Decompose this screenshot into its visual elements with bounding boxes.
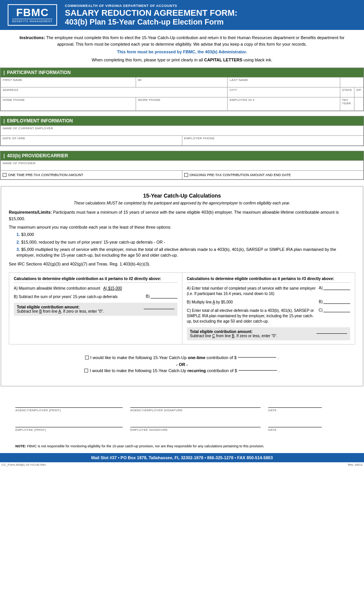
col1-row-b: B) Subtract the sum of prior years' 15-y… <box>14 294 177 300</box>
recurring-contribution-checkbox[interactable] <box>84 369 88 373</box>
table-row: ADDRESS CITY STATE ZIP <box>1 87 364 97</box>
fbmc-logo-text: FBMC <box>12 7 52 18</box>
col2-row-c: C) Enter total of all elective deferrals… <box>187 308 351 324</box>
col2-row-a: A) Enter total number of completed years… <box>187 286 351 297</box>
agency-sig-row: AGENCY/EMPLOYER (PRINT) AGENCY/EMPLOYER … <box>15 400 349 412</box>
signature-area: AGENCY/EMPLOYER (PRINT) AGENCY/EMPLOYER … <box>0 392 364 442</box>
zip-cell: ZIP <box>354 87 363 97</box>
agency-sig-line <box>130 400 261 408</box>
employment-section: | EMPLOYMENT INFORMATION NAME OF CURRENT… <box>0 116 364 146</box>
provider-name-cell: NAME OF PROVIDER: <box>1 161 364 171</box>
table-row: DATE OF HIRE EMPLOYER PHONE <box>1 136 364 146</box>
city-cell: CITY <box>228 87 340 97</box>
footer-bar: Mail Slot #37 • PO Box 1878, Tallahassee… <box>0 453 364 462</box>
col1-total-field[interactable] <box>144 309 174 309</box>
list-item: 3. $5,000 multiplied by years of service… <box>16 247 355 259</box>
employment-table: NAME OF CURRENT EMPLOYER DATE OF HIRE EM… <box>0 125 364 146</box>
calc-irc: See IRC Sections 402(g)(3) and 402(g)(7)… <box>9 262 355 266</box>
col1-row-a: A) Maximum allowable lifetime contributi… <box>14 286 177 291</box>
calc-col1: Calculations to determine eligible contr… <box>9 273 182 344</box>
calc-col2: Calculations to determine eligible contr… <box>182 273 355 344</box>
employer-name-cell: NAME OF CURRENT EMPLOYER <box>1 126 364 136</box>
agency-print-field: AGENCY/EMPLOYER (PRINT) <box>15 400 123 412</box>
agency-print-line <box>15 400 123 408</box>
provider-table: NAME OF PROVIDER: ONE TIME PRE-TAX CONTR… <box>0 160 364 180</box>
employment-header: | EMPLOYMENT INFORMATION <box>0 116 364 125</box>
onetime-contribution-line: I would like to make the following 15-Ye… <box>16 355 348 360</box>
col2-total: Total eligible contribution amount: Subt… <box>187 327 351 340</box>
page-header: FBMC BENEFITS MANAGEMENT COMMONWEALTH OF… <box>0 0 364 30</box>
recurring-amount-field[interactable] <box>239 370 277 371</box>
capital-note: When completing this form, please type o… <box>15 57 349 63</box>
employee-print-line <box>15 420 123 427</box>
date-of-hire-cell: DATE OF HIRE <box>1 136 182 146</box>
department-name: COMMONWEALTH OF VIRGINIA DEPARTMENT OF A… <box>65 4 237 8</box>
calc-columns: Calculations to determine eligible contr… <box>9 272 355 345</box>
calculations-box: 15-Year Catch-Up Calculations These calc… <box>1 186 363 386</box>
employee-date-line <box>268 420 322 427</box>
last-name-cell: LAST NAME <box>228 77 340 87</box>
col1-header: Calculations to determine eligible contr… <box>14 277 177 283</box>
table-row: NAME OF CURRENT EMPLOYER <box>1 126 364 136</box>
agency-sig-field: AGENCY/EMPLOYER SIGNATURE <box>130 400 261 412</box>
state-cell: STATE <box>340 87 354 97</box>
col2-header: Calculations to determine eligible contr… <box>187 277 351 283</box>
requirements-label: Requirements/Limits: <box>9 210 52 214</box>
col2-field-b[interactable] <box>323 303 350 304</box>
form-code-row: CC_Form-403(b) 15-YrCUE-Rev Rev. 09/12 <box>0 462 364 467</box>
participant-header: | PARTICIPANT INFORMATION <box>0 68 364 77</box>
col2-field-a[interactable] <box>323 290 350 290</box>
col2-total-field[interactable] <box>316 333 347 334</box>
col2-field-c[interactable] <box>323 312 350 312</box>
ongoing-checkbox-field: ONGOING PRE-TAX CONTRIBUTION AMOUNT AND … <box>184 173 362 177</box>
employee-print-field: EMPLOYEE (PRINT) <box>15 420 123 432</box>
recurring-contribution-line: I would like to make the following 15-Ye… <box>16 368 348 373</box>
form-title-line2: 403(b) Plan 15-Year Catch-up Election Fo… <box>65 18 237 26</box>
col1-field-b[interactable] <box>151 298 177 298</box>
table-row: NAME OF PROVIDER: <box>1 161 364 171</box>
list-item: 1. $3,000 <box>16 232 355 237</box>
participant-table: FIRST NAME MI LAST NAME ADDRESS CITY STA… <box>0 77 364 111</box>
employee-sig-row: EMPLOYEE (PRINT) EMPLOYEE SIGNATURE DATE <box>15 420 349 432</box>
col2-row-b: B) Multiply line A by $5,000 B) <box>187 300 351 305</box>
calc-requirements: Requirements/Limits: Participants must h… <box>9 209 355 222</box>
calc-intro: The maximum amount you may contribute ea… <box>9 225 355 229</box>
table-row: ONE TIME PRE-TAX CONTRIBUTION AMOUNT ONG… <box>1 171 364 180</box>
ongoing-cell: ONGOING PRE-TAX CONTRIBUTION AMOUNT AND … <box>182 171 364 180</box>
onetime-amount-field[interactable] <box>238 357 276 358</box>
employee-id-cell: EMPLOYEE ID # <box>228 97 340 111</box>
provider-bracket-icon: | <box>3 153 5 158</box>
must-process-text: This form must be processed by FBMC, the… <box>15 49 349 55</box>
agency-date-line <box>268 400 322 408</box>
participant-section: | PARTICIPANT INFORMATION FIRST NAME MI … <box>0 68 364 111</box>
instructions-block: Instructions: The employee must complete… <box>0 30 364 68</box>
calc-title: 15-Year Catch-Up Calculations <box>9 193 355 199</box>
benefits-mgmt-text: BENEFITS MANAGEMENT <box>12 19 52 23</box>
header-title-block: COMMONWEALTH OF VIRGINIA DEPARTMENT OF A… <box>65 4 237 26</box>
list-item: 2. $15,000, reduced by the sum of prior … <box>16 239 355 245</box>
participant-bracket-icon: | <box>3 70 5 75</box>
mi-cell: MI <box>136 77 228 87</box>
instructions-text: Instructions: The employee must complete… <box>15 35 349 47</box>
form-title-line1: SALARY REDUCTION AGREEMENT FORM: <box>65 8 237 18</box>
onetime-contribution-checkbox[interactable] <box>85 356 89 359</box>
provider-header: | 403(b) PROVIDER/CARRIER <box>0 151 364 160</box>
form-code-label: CC_Form-403(b) 15-YrCUE-Rev <box>2 463 46 466</box>
ongoing-checkbox[interactable] <box>184 173 188 177</box>
work-phone-cell: WORK PHONE <box>136 97 228 111</box>
table-row: HOME PHONE WORK PHONE EMPLOYEE ID # TAX … <box>1 97 364 111</box>
home-phone-cell: HOME PHONE <box>1 97 136 111</box>
employment-bracket-icon: | <box>3 118 5 124</box>
employee-sig-field: EMPLOYEE SIGNATURE <box>130 420 261 432</box>
employee-date-field: DATE <box>268 420 322 432</box>
one-time-cell: ONE TIME PRE-TAX CONTRIBUTION AMOUNT <box>1 171 182 180</box>
one-time-checkbox-field: ONE TIME PRE-TAX CONTRIBUTION AMOUNT <box>3 173 180 177</box>
one-time-checkbox[interactable] <box>3 173 7 177</box>
table-row: FIRST NAME MI LAST NAME <box>1 77 364 87</box>
agency-date-field: DATE <box>268 400 322 412</box>
rev-label: Rev. 09/12 <box>348 463 362 466</box>
calc-options-list: 1. $3,000 2. $15,000, reduced by the sum… <box>16 232 355 259</box>
contribution-choices: I would like to make the following 15-Ye… <box>9 351 355 380</box>
address-cell: ADDRESS <box>1 87 228 97</box>
footer-note: NOTE: FBMC is not responsible for monito… <box>0 442 364 450</box>
